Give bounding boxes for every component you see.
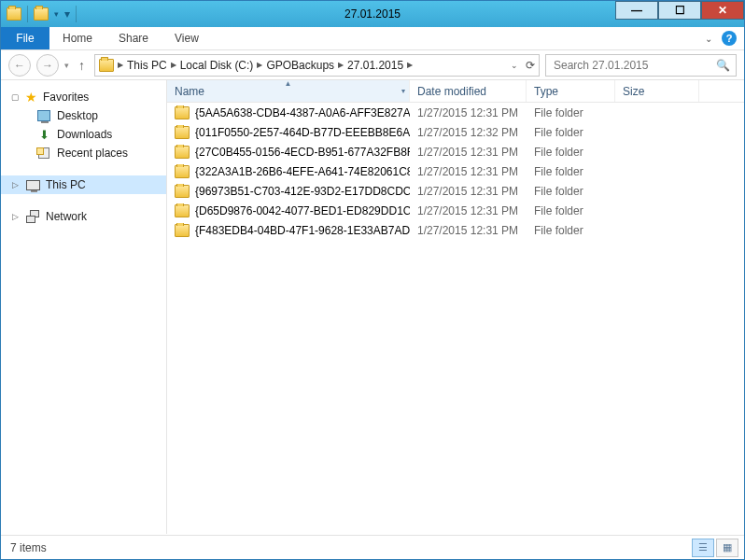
chevron-right-icon[interactable]: ▶: [171, 61, 176, 69]
title-bar: ▾ ▾ 27.01.2015 — ☐ ✕: [1, 1, 744, 27]
chevron-right-icon[interactable]: ▶: [257, 61, 262, 69]
table-row[interactable]: {27C0B455-0156-4ECD-B951-677A32FB8F...1/…: [167, 142, 744, 161]
network-icon: [25, 209, 40, 224]
file-type: File folder: [527, 165, 615, 178]
column-name[interactable]: ▲ Name ▾: [167, 80, 410, 102]
tab-share[interactable]: Share: [105, 27, 162, 49]
chevron-right-icon[interactable]: ▶: [118, 61, 123, 69]
file-type: File folder: [527, 146, 615, 159]
maximize-button[interactable]: ☐: [658, 1, 701, 20]
nav-row: ← → ▾ ↑ ▶ This PC▶ Local Disk (C:)▶ GPOB…: [1, 50, 744, 80]
folder-icon: [175, 125, 190, 140]
table-row[interactable]: {011F0550-2E57-464D-B77D-EEEBB8E6AA...1/…: [167, 122, 744, 142]
folder-icon: [175, 145, 190, 160]
file-date: 1/27/2015 12:31 PM: [410, 146, 527, 159]
search-icon[interactable]: 🔍: [716, 59, 730, 72]
navigation-pane: ▢ ★ Favorites Desktop ⬇ Downloads Recent…: [1, 80, 167, 534]
help-icon[interactable]: ?: [722, 31, 737, 46]
content-area: ▢ ★ Favorites Desktop ⬇ Downloads Recent…: [1, 80, 744, 534]
chevron-right-icon[interactable]: ▶: [338, 61, 344, 69]
file-name: {322A3A1B-26B6-4EFE-A641-74E82061C8...: [195, 165, 410, 178]
table-row[interactable]: {D65D9876-0042-4077-BED1-ED829DD1C...1/2…: [167, 201, 744, 220]
address-dropdown-icon[interactable]: ⌄: [511, 61, 518, 70]
folder-icon: [175, 223, 190, 238]
forward-button[interactable]: →: [36, 54, 59, 77]
breadcrumb: GPOBackups▶: [266, 59, 344, 72]
expand-icon[interactable]: ▷: [10, 180, 20, 189]
qat-folder-icon[interactable]: [34, 7, 49, 21]
qat-overflow[interactable]: ▾: [64, 7, 70, 21]
up-button[interactable]: ↑: [75, 58, 89, 73]
favorites-header[interactable]: ▢ ★ Favorites: [1, 88, 166, 106]
qat-dropdown-icon[interactable]: ▾: [54, 9, 59, 19]
folder-icon: [175, 164, 190, 179]
star-icon: ★: [25, 90, 37, 105]
table-row[interactable]: {F483EDB4-04BD-47F1-9628-1E33AB7AD9...1/…: [167, 220, 744, 240]
file-date: 1/27/2015 12:31 PM: [410, 185, 527, 198]
minimize-button[interactable]: —: [615, 1, 658, 20]
table-row[interactable]: {5AA5A638-CDB4-4387-A0A6-AFF3E827A...1/2…: [167, 103, 744, 122]
file-rows: {5AA5A638-CDB4-4387-A0A6-AFF3E827A...1/2…: [167, 103, 744, 240]
recent-locations-dropdown[interactable]: ▾: [64, 61, 69, 70]
address-folder-icon: [99, 58, 114, 73]
refresh-icon[interactable]: ⟳: [526, 59, 535, 72]
file-name: {96973B51-C703-412E-93D2-E17DD8CDC...: [195, 185, 410, 198]
file-tab[interactable]: File: [1, 27, 49, 49]
download-icon: ⬇: [36, 127, 51, 142]
status-text: 7 items: [10, 541, 47, 554]
collapse-icon[interactable]: ▢: [10, 92, 20, 102]
file-type: File folder: [527, 204, 615, 217]
column-date[interactable]: Date modified: [410, 80, 527, 102]
column-type[interactable]: Type: [527, 80, 615, 102]
view-large-icons-button[interactable]: ▦: [716, 539, 738, 557]
sort-asc-icon: ▲: [285, 80, 292, 88]
breadcrumb: Local Disk (C:)▶: [180, 59, 263, 72]
app-folder-icon: [7, 7, 21, 21]
nav-desktop[interactable]: Desktop: [1, 106, 166, 125]
ribbon-tabs: File Home Share View ⌄ ?: [1, 27, 744, 50]
file-name: {F483EDB4-04BD-47F1-9628-1E33AB7AD9...: [195, 224, 410, 237]
breadcrumb: This PC▶: [127, 59, 176, 72]
table-row[interactable]: {96973B51-C703-412E-93D2-E17DD8CDC...1/2…: [167, 181, 744, 201]
file-date: 1/27/2015 12:32 PM: [410, 126, 527, 139]
nav-recent-places[interactable]: Recent places: [1, 144, 166, 162]
nav-network[interactable]: ▷ Network: [1, 207, 166, 226]
column-dropdown-icon[interactable]: ▾: [401, 87, 405, 95]
back-button[interactable]: ←: [8, 54, 31, 77]
address-bar[interactable]: ▶ This PC▶ Local Disk (C:)▶ GPOBackups▶ …: [94, 54, 540, 77]
tab-home[interactable]: Home: [49, 27, 105, 49]
expand-icon[interactable]: ▷: [10, 212, 20, 221]
tab-view[interactable]: View: [162, 27, 212, 49]
chevron-right-icon[interactable]: ▶: [407, 61, 413, 69]
search-input[interactable]: [552, 58, 716, 73]
file-type: File folder: [527, 126, 615, 139]
column-size[interactable]: Size: [615, 80, 699, 102]
file-date: 1/27/2015 12:31 PM: [410, 106, 527, 119]
file-name: {27C0B455-0156-4ECD-B951-677A32FB8F...: [195, 146, 410, 159]
file-name: {D65D9876-0042-4077-BED1-ED829DD1C...: [195, 204, 410, 217]
close-button[interactable]: ✕: [701, 1, 744, 20]
nav-downloads[interactable]: ⬇ Downloads: [1, 125, 166, 144]
pc-icon: [25, 177, 40, 192]
file-type: File folder: [527, 106, 615, 119]
view-details-button[interactable]: ☰: [692, 539, 714, 557]
status-bar: 7 items ☰ ▦: [1, 535, 744, 559]
folder-icon: [175, 203, 190, 218]
nav-this-pc[interactable]: ▷ This PC: [1, 175, 166, 194]
file-date: 1/27/2015 12:31 PM: [410, 204, 527, 217]
file-date: 1/27/2015 12:31 PM: [410, 224, 527, 237]
ribbon-expand-icon[interactable]: ⌄: [705, 34, 712, 44]
folder-icon: [175, 105, 190, 120]
recent-icon: [36, 146, 51, 161]
file-name: {011F0550-2E57-464D-B77D-EEEBB8E6AA...: [195, 126, 410, 139]
search-box[interactable]: 🔍: [545, 54, 737, 77]
table-row[interactable]: {322A3A1B-26B6-4EFE-A641-74E82061C8...1/…: [167, 161, 744, 181]
breadcrumb: 27.01.2015▶: [347, 59, 413, 72]
folder-icon: [175, 184, 190, 199]
file-name: {5AA5A638-CDB4-4387-A0A6-AFF3E827A...: [195, 106, 410, 119]
file-date: 1/27/2015 12:31 PM: [410, 165, 527, 178]
file-list-pane: ▲ Name ▾ Date modified Type Size {5AA5A6…: [167, 80, 744, 534]
desktop-icon: [36, 108, 51, 123]
favorites-label: Favorites: [43, 91, 89, 104]
file-type: File folder: [527, 224, 615, 237]
